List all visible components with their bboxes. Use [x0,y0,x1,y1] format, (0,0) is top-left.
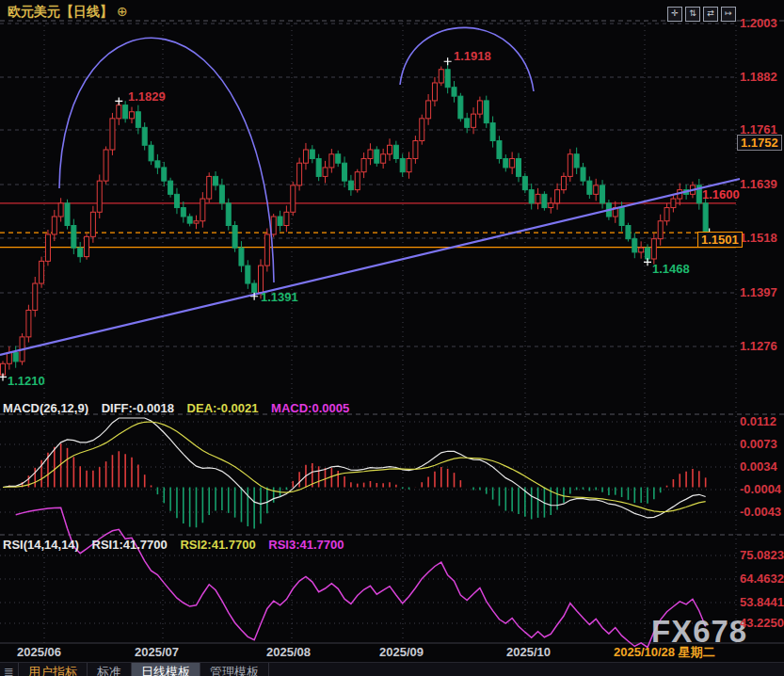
price-axis-label: 1.1518 [740,232,777,245]
price-annotation: 1.1600 [702,188,740,201]
candle-bullish [555,190,560,203]
candle-bullish [368,150,373,158]
rsi-axis-label: 75.0823 [740,549,784,562]
candle-bearish [252,283,257,292]
symbol-timeframe-label: 欧元美元【日线】 [8,4,113,19]
candle-bearish [497,141,502,159]
candle-bearish [646,248,650,259]
candle-bullish [303,150,308,163]
chart-toolbar: ✛ ⇅ ⇄ ↦ [667,7,736,22]
candle-bearish [542,194,547,207]
axis-shift-icon[interactable]: ↦ [721,7,736,22]
candle-bearish [239,248,244,266]
candle-bullish [104,150,108,181]
rsi-axis-label: 43.2250 [740,617,784,630]
price-chart-canvas[interactable] [0,0,784,676]
candle-bullish [413,141,418,159]
macd-diff-value: DIFF:-0.0018 [102,401,174,415]
candle-bullish [664,208,669,221]
candle-bullish [291,185,296,212]
candle-bullish [271,217,276,234]
candle-bullish [658,221,663,239]
extreme-cross-marker [444,57,452,65]
rsi-params-label: RSI(14,14,14) [3,538,79,552]
candle-bearish [226,203,231,226]
candle-bullish [381,154,386,163]
price-annotation: 1.1391 [261,291,298,304]
trendline-drawing[interactable] [0,179,740,355]
candle-bearish [123,105,128,119]
candle-bearish [348,181,353,189]
macd-params-label: MACD(26,12,9) [3,401,88,415]
candle-bearish [72,225,76,248]
rsi-axis-label: 64.4632 [740,572,784,586]
candle-bearish [174,194,179,207]
x-axis-label: 2025/08 [266,646,311,659]
candle-bearish [522,176,527,189]
candle-bearish [619,208,624,226]
x-axis-label: 2025/10 [506,646,551,659]
candle-bullish [1,363,6,375]
candle-bullish [477,101,482,114]
candle-bearish [445,70,450,88]
bottom-tab-bar: ≣ 用户指标 标准 日线模板 管理模板 [0,662,784,676]
candle-bullish [594,185,599,194]
candle-bullish [90,212,95,236]
candle-bullish [40,261,44,283]
macd-axis-label: 0.0112 [740,415,776,428]
candle-bearish [393,145,398,158]
tab-user-indicators[interactable]: 用户指标 [19,663,88,676]
candle-bullish [117,105,121,119]
candle-bullish [52,217,56,234]
add-indicator-icon[interactable]: ⊕ [117,4,128,19]
price-annotation: 1.1918 [454,50,491,63]
macd-axis-label: -0.0004 [740,483,781,496]
tab-manage-template[interactable]: 管理模板 [200,663,269,676]
trading-chart-window: 欧元美元【日线】⊕ ✛ ⇅ ⇄ ↦ MACD(26,12,9) DIFF:-0.… [0,0,784,676]
candle-bearish [465,119,470,127]
rsi-axis-label: 53.8441 [740,596,784,609]
candle-bullish [323,168,328,176]
candle-bullish [561,176,566,189]
candle-bearish [219,185,224,203]
candle-bearish [581,168,585,181]
price-annotation: 1.1468 [652,263,690,276]
candle-bearish [600,185,605,203]
candle-bullish [85,236,89,256]
rsi-header: RSI(14,14,14) RSI1:41.7700 RSI2:41.7700 … [3,538,354,552]
candle-bullish [329,154,334,168]
candle-bullish [639,248,644,252]
macd-dea-line [3,422,706,512]
candle-bullish [58,203,63,217]
candle-bearish [484,101,488,123]
x-axis-label: 2025/09 [379,646,424,659]
candle-bullish [284,212,289,225]
candle-bearish [490,123,495,141]
rsi1-value: RSI1:41.7700 [92,538,168,552]
candle-bullish [651,239,656,259]
candle-bearish [187,217,192,223]
candle-bearish [310,150,314,158]
candle-bullish [472,114,476,127]
macd-axis-label: 0.0034 [740,460,777,474]
tab-standard[interactable]: 标准 [88,663,132,676]
pan-icon[interactable]: ✛ [667,7,682,22]
candle-bearish [343,163,347,181]
candle-bullish [45,234,50,261]
candle-bearish [232,225,237,248]
candle-bullish [264,234,269,266]
candle-bullish [426,101,431,119]
candle-bullish [33,283,38,310]
macd-dea-value: DEA:-0.0021 [187,401,259,415]
tab-daily-template[interactable]: 日线模板 [132,663,200,676]
axis-scale-icon[interactable]: ⇅ [685,7,700,22]
axis-fit-icon[interactable]: ⇄ [703,7,718,22]
macd-diff-line [3,418,706,518]
candle-bullish [420,119,424,141]
candle-bullish [549,203,553,208]
price-axis-label: 1.1882 [740,71,777,84]
candle-bearish [632,239,637,252]
candle-bearish [65,203,70,226]
tab-menu-icon[interactable]: ≣ [0,663,19,676]
candle-bullish [536,194,540,202]
